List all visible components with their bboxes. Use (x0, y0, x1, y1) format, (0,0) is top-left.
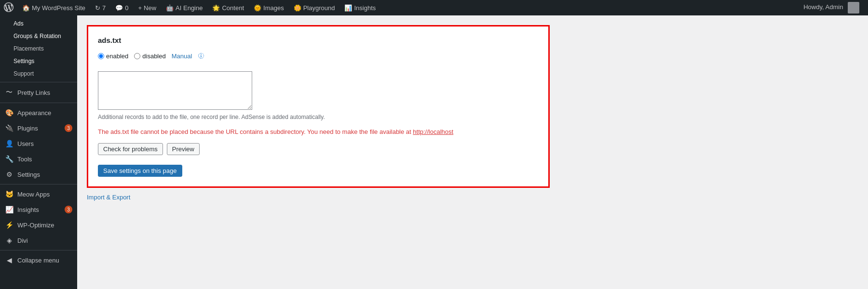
insights-badge: 3 (65, 206, 72, 213)
check-problems-button[interactable]: Check for problems (98, 143, 163, 155)
info-icon[interactable]: 🛈 (198, 52, 204, 60)
admin-bar: 🏠 My WordPress Site ↻ 7 💬 0 + New 🤖 AI E… (0, 0, 868, 15)
sidebar-item-support[interactable]: Support (0, 67, 77, 80)
divi-icon: ◈ (5, 236, 14, 244)
pretty-links-icon: 〜 (5, 88, 14, 97)
adminbar-comments[interactable]: 💬 0 (110, 0, 133, 15)
plugins-badge: 3 (65, 124, 72, 132)
radio-enabled[interactable] (98, 53, 104, 59)
adminbar-images[interactable]: 🌞 Images (249, 0, 289, 15)
adminbar-content[interactable]: 🌟 Content (207, 0, 249, 15)
plugins-icon: 🔌 (5, 124, 14, 132)
save-row: Save settings on this page (98, 165, 539, 177)
sidebar-item-insights[interactable]: 📈 Insights 3 (0, 202, 77, 217)
appearance-icon: 🎨 (5, 109, 14, 117)
sidebar-item-meow-apps[interactable]: 🐱 Meow Apps (0, 186, 77, 202)
sidebar-item-appearance[interactable]: 🎨 Appearance (0, 105, 77, 120)
adminbar-site[interactable]: 🏠 My WordPress Site (17, 0, 90, 15)
sidebar-item-divi[interactable]: ◈ Divi (0, 233, 77, 248)
action-buttons: Check for problems Preview (98, 143, 539, 155)
insights-bar-icon: 📊 (344, 4, 352, 12)
collapse-icon: ◀ (5, 256, 14, 264)
adminbar-howdy[interactable]: Howdy, Admin (799, 2, 864, 13)
wp-optimize-icon: ⚡ (5, 221, 14, 229)
main-content: ads.txt enabled disabled Manual 🛈 Additi… (77, 15, 868, 289)
meow-icon: 🐱 (5, 190, 14, 198)
section-title: ads.txt (98, 36, 539, 44)
wp-logo[interactable] (4, 2, 14, 13)
import-export-link[interactable]: Import & Export (87, 194, 130, 201)
sidebar-item-tools[interactable]: 🔧 Tools (0, 151, 77, 167)
adminbar-ai-engine[interactable]: 🤖 AI Engine (161, 0, 207, 15)
radio-row: enabled disabled Manual 🛈 (98, 52, 539, 60)
radio-disabled[interactable] (134, 53, 140, 59)
insights-icon: 📈 (5, 206, 14, 213)
avatar (848, 2, 859, 13)
sidebar-item-ads[interactable]: Ads (0, 17, 77, 30)
adminbar-playground[interactable]: 🌼 Playground (289, 0, 340, 15)
adminbar-insights[interactable]: 📊 Insights (339, 0, 380, 15)
admin-menu: Ads Groups & Rotation Placements Setting… (0, 15, 77, 289)
sidebar-item-plugins[interactable]: 🔌 Plugins 3 (0, 120, 77, 136)
sidebar-item-groups-rotation[interactable]: Groups & Rotation (0, 30, 77, 42)
manual-link[interactable]: Manual (172, 53, 192, 60)
radio-enabled-option[interactable]: enabled (98, 53, 128, 60)
plus-icon: + (138, 4, 142, 12)
adminbar-new[interactable]: + New (133, 0, 161, 15)
ads-txt-textarea[interactable] (98, 71, 252, 110)
sidebar-item-pretty-links[interactable]: 〜 Pretty Links (0, 84, 77, 101)
radio-disabled-option[interactable]: disabled (134, 53, 165, 60)
textarea-hint: Additional records to add to the file, o… (98, 114, 539, 120)
sidebar-item-wp-optimize[interactable]: ⚡ WP-Optimize (0, 217, 77, 233)
adminbar-updates[interactable]: ↻ 7 (90, 0, 110, 15)
error-link[interactable]: http://localhost (413, 128, 453, 135)
users-icon: 👤 (5, 140, 14, 147)
save-button[interactable]: Save settings on this page (98, 165, 182, 177)
content-icon: 🌟 (212, 4, 220, 12)
error-message: The ads.txt file cannot be placed becaus… (98, 128, 539, 135)
sidebar-item-users[interactable]: 👤 Users (0, 136, 77, 151)
ai-icon: 🤖 (166, 4, 174, 12)
sidebar-collapse-menu[interactable]: ◀ Collapse menu (0, 252, 77, 268)
comments-icon: 💬 (115, 4, 123, 12)
settings-section: ads.txt enabled disabled Manual 🛈 Additi… (87, 25, 550, 188)
adminbar-items: 🏠 My WordPress Site ↻ 7 💬 0 + New 🤖 AI E… (17, 0, 799, 15)
tools-icon: 🔧 (5, 155, 14, 163)
sidebar-item-placements[interactable]: Placements (0, 42, 77, 55)
home-icon: 🏠 (22, 4, 30, 12)
updates-icon: ↻ (95, 4, 100, 12)
settings-icon: ⚙ (5, 171, 14, 178)
images-icon: 🌞 (254, 4, 261, 12)
sidebar-item-settings[interactable]: Settings (0, 55, 77, 67)
playground-icon: 🌼 (294, 4, 301, 12)
sidebar-item-settings-menu[interactable]: ⚙ Settings (0, 167, 77, 182)
preview-button[interactable]: Preview (167, 143, 200, 155)
